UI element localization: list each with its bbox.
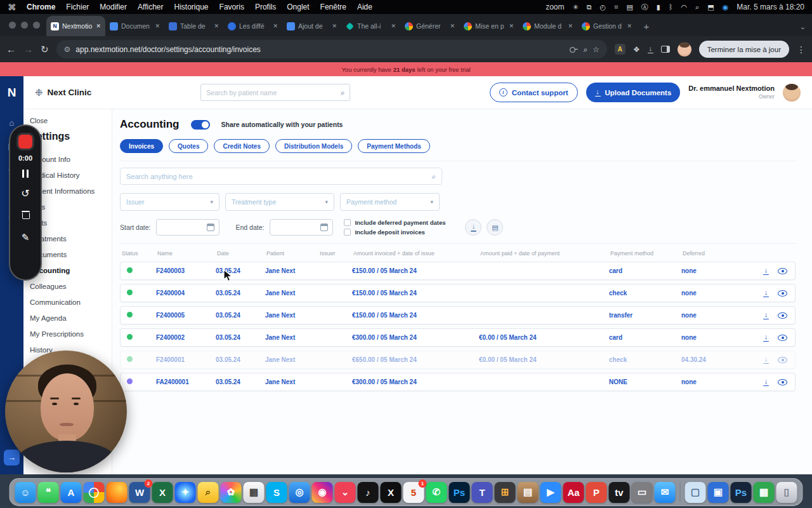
pause-recording-button[interactable] (22, 170, 29, 178)
dock-app-icon[interactable]: Ps (449, 482, 470, 503)
sidebar-item[interactable]: My Agenda (23, 310, 112, 326)
dock-app-icon[interactable]: ✿ (221, 482, 242, 503)
close-window-button[interactable] (9, 22, 16, 29)
filter-select[interactable]: Issuer ▾ (120, 193, 219, 211)
invoice-search-input[interactable] (126, 173, 428, 180)
end-date-input[interactable] (270, 219, 333, 236)
invoice-row[interactable]: F2400004 03.05.24 Jane Next €150.00 / 05… (120, 284, 796, 302)
invoice-row[interactable]: F2400005 03.05.24 Jane Next €150.00 / 05… (120, 306, 796, 324)
menubar-item[interactable]: Fichier (66, 3, 89, 11)
checkbox[interactable] (344, 219, 351, 226)
download-invoice-icon[interactable]: ↓ (763, 333, 769, 342)
accounting-tab[interactable]: Distribution Models (275, 139, 352, 153)
export-report-button[interactable]: ▤ (487, 219, 503, 236)
share-toggle[interactable] (191, 120, 210, 130)
accounting-tab[interactable]: Invoices (120, 139, 163, 153)
dock-app-icon[interactable]: ▶ (540, 482, 561, 503)
side-panel-icon[interactable] (661, 46, 670, 53)
invoice-name[interactable]: F2400003 (156, 267, 216, 274)
browser-tab[interactable]: Table de ✕ (164, 16, 223, 36)
accounting-tab[interactable]: Credit Notes (214, 139, 269, 153)
draw-tool-button[interactable]: ✎ (22, 232, 30, 243)
tab-close-icon[interactable]: ✕ (450, 23, 455, 29)
invoice-name[interactable]: F2400005 (156, 312, 216, 319)
dock-app-icon[interactable]: ▢ (685, 482, 706, 503)
invoice-search-box[interactable]: ⌕ (120, 168, 442, 185)
user-avatar[interactable] (783, 84, 801, 102)
menubar-item[interactable]: Historique (174, 3, 209, 11)
tab-close-icon[interactable]: ✕ (391, 23, 396, 29)
dock-app-icon[interactable]: ⊞ (495, 482, 516, 503)
nav-rail-icon[interactable]: ⌂ (10, 118, 15, 128)
invoice-row[interactable]: FA2400001 03.05.24 Jane Next €300.00 / 0… (120, 373, 796, 391)
invoice-patient[interactable]: Jane Next (265, 356, 318, 363)
invoice-patient[interactable]: Jane Next (265, 334, 318, 341)
sidebar-item[interactable]: My Prescriptions (23, 326, 112, 342)
status-icon[interactable]: ⌗ (614, 4, 618, 11)
browser-tab[interactable]: Ajout de ✕ (282, 16, 341, 36)
invoice-name[interactable]: FA2400001 (156, 378, 216, 385)
checkbox-row[interactable]: Include deferred payment dates (344, 219, 445, 226)
dock-app-icon[interactable]: 5 1 (403, 482, 424, 503)
invoice-patient[interactable]: Jane Next (265, 378, 318, 385)
upload-documents-button[interactable]: ↓ Upload Documents (586, 83, 681, 102)
dock-app-icon[interactable]: ⌄ (335, 482, 356, 503)
status-icon[interactable]: ▤ (626, 4, 632, 11)
dock-app-icon[interactable]: tv (609, 482, 630, 503)
view-invoice-icon[interactable] (778, 268, 787, 274)
dock-app-icon[interactable]: X (381, 482, 402, 503)
invoice-name[interactable]: F2400002 (156, 334, 216, 341)
menubar-item[interactable]: Afficher (138, 3, 163, 11)
download-invoice-icon[interactable]: ↓ (763, 356, 769, 364)
dock-app-icon[interactable]: ▤ (518, 482, 539, 503)
menubar-item[interactable]: Chrome (27, 3, 55, 11)
menubar-item[interactable]: Modifier (100, 3, 127, 11)
app-logo[interactable]: N (0, 76, 23, 109)
browser-tab[interactable]: Documen ✕ (105, 16, 164, 36)
browser-menu-icon[interactable]: ⋮ (797, 44, 806, 55)
tab-close-icon[interactable]: ✕ (273, 23, 278, 29)
sidebar-item[interactable]: Colleagues (23, 278, 112, 294)
extensions-puzzle-icon[interactable]: ❖ (633, 46, 640, 53)
dock-app-icon[interactable]: ❝ (38, 482, 59, 503)
status-icon[interactable]: ◉ (723, 4, 729, 11)
accounting-tab[interactable]: Quotes (169, 139, 208, 153)
dock-app-icon[interactable]: P (586, 482, 607, 503)
dock-app-icon[interactable]: ▭ (632, 482, 653, 503)
checkbox-row[interactable]: Include deposit invoices (344, 229, 445, 236)
tab-close-icon[interactable]: ✕ (155, 23, 160, 29)
new-tab-button[interactable]: + (639, 18, 654, 34)
back-button[interactable]: ← (6, 44, 16, 54)
dock-app-icon[interactable]: ◯ (84, 482, 105, 503)
dock-app-icon[interactable]: ✆ (426, 482, 447, 503)
dock-app-icon[interactable]: Ps (731, 482, 752, 503)
invoice-row[interactable]: F2400001 03.05.24 Jane Next €650.00 / 05… (120, 351, 796, 369)
dock-app-icon[interactable]: W 2 (129, 482, 150, 503)
status-icon[interactable]: ᛒ (669, 4, 673, 11)
view-invoice-icon[interactable] (778, 312, 787, 319)
restart-recording-button[interactable]: ↺ (21, 189, 29, 199)
status-icon[interactable]: ▮ (657, 4, 660, 11)
menubar-item[interactable]: Aide (357, 3, 372, 11)
browser-tab[interactable]: Générer ✕ (400, 16, 459, 36)
invoice-patient[interactable]: Jane Next (265, 312, 318, 319)
dock-app-icon[interactable]: ☺ (15, 482, 36, 503)
dock-app-icon[interactable]: ✉ (655, 482, 676, 503)
patient-search-box[interactable]: ⌕ (200, 84, 350, 101)
status-icon[interactable]: Ⓐ (641, 4, 648, 11)
view-invoice-icon[interactable] (778, 335, 787, 341)
status-icon[interactable]: ✳ (573, 4, 579, 11)
tab-search-chevron-icon[interactable]: ⌄ (800, 23, 806, 31)
dock-app-icon[interactable]: ⌕ (198, 482, 219, 503)
download-invoice-icon[interactable]: ↓ (763, 378, 769, 387)
zoom-status-label[interactable]: zoom (546, 3, 564, 11)
dock-app-icon[interactable]: ▦ (244, 482, 265, 503)
tab-close-icon[interactable]: ✕ (509, 23, 514, 29)
status-icon[interactable]: ◴ (600, 4, 606, 11)
tab-close-icon[interactable]: ✕ (627, 23, 632, 29)
menubar-clock[interactable]: Mar. 5 mars à 18:20 (737, 3, 804, 11)
collapse-sidebar-button[interactable]: → (4, 450, 20, 465)
delete-recording-button[interactable] (22, 210, 30, 219)
webcam-bubble[interactable] (5, 351, 127, 472)
site-info-icon[interactable]: ⚙ (64, 45, 71, 54)
